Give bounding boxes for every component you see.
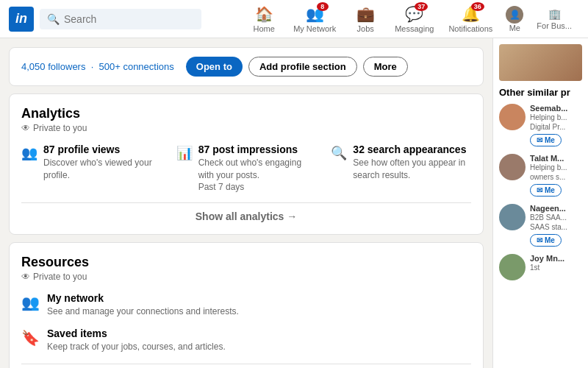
cover-image bbox=[499, 44, 582, 81]
analytics-grid: 👥 87 profile views Discover who's viewed… bbox=[21, 144, 471, 192]
saved-items-icon: 🔖 bbox=[21, 329, 40, 347]
eye-icon-resources: 👁 bbox=[21, 272, 30, 282]
similar-person-4: Joy Mn... 1st bbox=[499, 254, 582, 280]
similar-person-3: Nageen... B2B SAA... SAAS sta... ✉ Me bbox=[499, 204, 582, 247]
right-sidebar: Other similar pr Seemab... Helping b... … bbox=[492, 38, 588, 368]
notifications-icon: 🔔36 bbox=[462, 5, 480, 23]
profile-actions-bar: 4,050 followers · 500+ connections Open … bbox=[9, 47, 484, 86]
nav-items: 🏠 Home 👥8 My Network 💼 Jobs 💬37 Messagin… bbox=[242, 5, 579, 33]
nav-messaging[interactable]: 💬37 Messaging bbox=[387, 5, 441, 33]
for-business-icon: 🏢 bbox=[548, 8, 561, 20]
add-profile-section-button[interactable]: Add profile section bbox=[248, 57, 357, 77]
main-content: 4,050 followers · 500+ connections Open … bbox=[0, 38, 588, 368]
jobs-icon: 💼 bbox=[356, 5, 375, 23]
search-bar[interactable]: 🔍 bbox=[40, 9, 201, 29]
analytic-post-impressions[interactable]: 📊 87 post impressions Check out who's en… bbox=[176, 144, 317, 192]
nav-me[interactable]: 👤 Me bbox=[500, 6, 529, 32]
nav-for-business[interactable]: 🏢 For Bus... bbox=[529, 8, 579, 30]
similar-desc-3: B2B SAA... SAAS sta... bbox=[530, 213, 582, 232]
similar-avatar-1 bbox=[499, 104, 526, 130]
show-all-resources[interactable]: Show all 4 resources → bbox=[21, 364, 471, 368]
similar-avatar-2 bbox=[499, 154, 526, 180]
nav-home[interactable]: 🏠 Home bbox=[242, 5, 286, 33]
profile-views-icon: 👥 bbox=[21, 145, 37, 161]
nav-jobs[interactable]: 💼 Jobs bbox=[343, 5, 387, 33]
similar-avatar-4 bbox=[499, 254, 526, 280]
similar-desc-2: Helping b... owners s... bbox=[530, 163, 582, 182]
post-impressions-icon: 📊 bbox=[176, 145, 193, 161]
nav-my-network[interactable]: 👥8 My Network bbox=[286, 5, 343, 33]
top-navigation: in 🔍 🏠 Home 👥8 My Network 💼 Jobs 💬37 Mes… bbox=[0, 0, 588, 38]
home-icon: 🏠 bbox=[255, 5, 273, 23]
resource-my-network[interactable]: 👥 My network See and manage your connect… bbox=[21, 292, 471, 318]
search-appearances-icon: 🔍 bbox=[331, 145, 347, 161]
analytics-subtitle: 👁 Private to you bbox=[21, 123, 471, 133]
messaging-icon: 💬37 bbox=[405, 5, 423, 23]
similar-desc-1: Helping b... Digital Pr... bbox=[530, 113, 582, 132]
my-network-icon: 👥 bbox=[21, 294, 40, 311]
followers-connections: 4,050 followers · 500+ connections bbox=[21, 61, 174, 72]
similar-name-3: Nageen... bbox=[530, 204, 582, 213]
resources-title: Resources bbox=[21, 255, 471, 270]
similar-desc-4: 1st bbox=[530, 263, 564, 272]
similar-name-1: Seemab... bbox=[530, 104, 582, 113]
search-icon: 🔍 bbox=[47, 13, 60, 25]
open-to-button[interactable]: Open to bbox=[186, 57, 243, 77]
resources-subtitle: 👁 Private to you bbox=[21, 272, 471, 282]
linkedin-logo[interactable]: in bbox=[9, 7, 34, 32]
message-button-3[interactable]: ✉ Me bbox=[530, 234, 562, 247]
eye-icon: 👁 bbox=[21, 123, 30, 133]
message-button-1[interactable]: ✉ Me bbox=[530, 134, 562, 146]
analytics-title: Analytics bbox=[21, 106, 471, 121]
analytic-profile-views[interactable]: 👥 87 profile views Discover who's viewed… bbox=[21, 144, 162, 192]
similar-person-2: Talat M... Helping b... owners s... ✉ Me bbox=[499, 154, 582, 197]
message-button-2[interactable]: ✉ Me bbox=[530, 184, 562, 197]
nav-notifications[interactable]: 🔔36 Notifications bbox=[441, 5, 500, 33]
similar-name-2: Talat M... bbox=[530, 154, 582, 163]
resources-card: Resources 👁 Private to you 👥 My network … bbox=[9, 242, 484, 368]
resource-saved-items[interactable]: 🔖 Saved items Keep track of your jobs, c… bbox=[21, 328, 471, 353]
similar-profiles-title: Other similar pr bbox=[499, 87, 582, 98]
network-icon: 👥8 bbox=[306, 5, 324, 23]
show-all-analytics[interactable]: Show all analytics → bbox=[21, 202, 471, 222]
left-column: 4,050 followers · 500+ connections Open … bbox=[0, 38, 492, 368]
similar-avatar-3 bbox=[499, 204, 526, 230]
more-button[interactable]: More bbox=[363, 57, 408, 77]
analytics-card: Analytics 👁 Private to you 👥 87 profile … bbox=[9, 93, 484, 235]
analytic-search-appearances[interactable]: 🔍 32 search appearances See how often yo… bbox=[331, 144, 471, 192]
similar-name-4: Joy Mn... bbox=[530, 254, 564, 263]
search-input[interactable] bbox=[64, 13, 189, 25]
me-avatar: 👤 bbox=[506, 6, 523, 24]
similar-person-1: Seemab... Helping b... Digital Pr... ✉ M… bbox=[499, 104, 582, 146]
